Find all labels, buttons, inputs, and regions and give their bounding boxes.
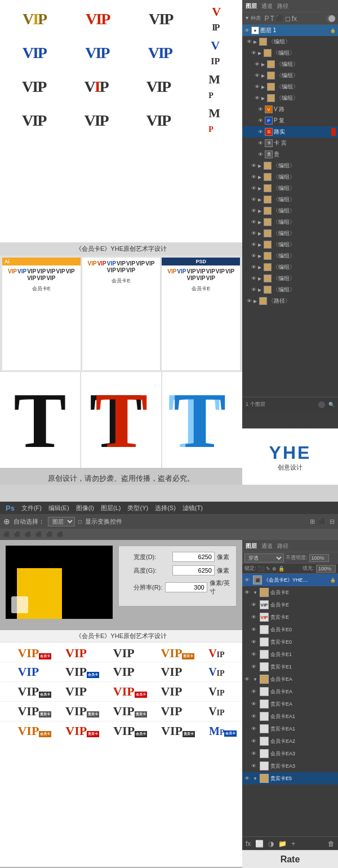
auto-select-label: 自动选择： xyxy=(14,517,45,526)
layer-item-group3[interactable]: 👁 ▶ 〈编组〉 xyxy=(242,59,338,70)
ps-layer-ea3[interactable]: 👁 会员卡EA3 xyxy=(242,747,338,760)
layer-item-gui[interactable]: 👁 贵 贵 xyxy=(242,149,338,160)
tab-layers[interactable]: 图层 xyxy=(246,2,257,10)
lock-transparent-icon[interactable]: ⬛ xyxy=(258,566,264,572)
layer-item-g11[interactable]: 👁 ▶ 〈编组〉 xyxy=(242,205,338,216)
product-section: 《会员卡E》YHE原创艺术字设计 Ai VIP VIP VIP VIP VIP … xyxy=(0,242,242,372)
layer-item-group6[interactable]: 👁 ▶ 〈编组〉 xyxy=(242,92,338,104)
adj-btn[interactable]: ◑ xyxy=(268,840,274,848)
ps-layer-ea-sub1[interactable]: 👁 会员卡EA xyxy=(242,685,338,698)
tab-channels[interactable]: 通道 xyxy=(261,2,273,10)
ps-layer-vipea3[interactable]: 👁 贵宾卡EA3 xyxy=(242,760,338,772)
menu-image[interactable]: 图像(I) xyxy=(73,503,97,513)
ps-layer-membercard-e0[interactable]: 👁 会员卡E0 xyxy=(242,623,338,636)
menu-select[interactable]: 选择(S) xyxy=(152,503,179,513)
vip-cell-4: VIP xyxy=(212,5,220,34)
ps-vip-r1-c3: VIP xyxy=(113,646,135,661)
layer-item-group4[interactable]: 👁 ▶ 〈编组〉 xyxy=(242,70,338,81)
ps-layer-vip-e[interactable]: 👁 VIP 贵宾卡E xyxy=(242,611,338,623)
layer-name-ka: 卡 宾 xyxy=(274,139,287,147)
ps-layers-header: 图层 通道 路径 xyxy=(242,540,338,552)
layer-item-ka[interactable]: 👁 卡 卡 宾 xyxy=(242,138,338,149)
layer-item-g10[interactable]: 👁 ▶ 〈编组〉 xyxy=(242,194,338,205)
move-tool-icon[interactable]: ⊕ xyxy=(3,517,10,526)
lock-position-icon[interactable]: ⊕ xyxy=(272,566,277,572)
ps-tab-layers[interactable]: 图层 xyxy=(246,542,257,550)
ps-vip-r1-c4: VIP贵宾卡 xyxy=(161,646,182,661)
layer-name-g17: 〈编组〉 xyxy=(273,274,295,282)
ps-vip-r2-c5: VIP xyxy=(208,666,224,679)
lock-all-icon[interactable]: 🔒 xyxy=(278,566,284,572)
ps-layer-ea2[interactable]: 👁 会员卡EA2 xyxy=(242,735,338,747)
group-btn[interactable]: 📁 xyxy=(278,840,287,848)
new-layer-btn[interactable]: + xyxy=(291,840,295,848)
ps-layer-membercard-e[interactable]: 👁 VIP 会员卡E xyxy=(242,599,338,611)
ps-layer-vipcarde5[interactable]: 👁 ▼ 贵宾卡E5 xyxy=(242,772,338,785)
ps-layer-ea-sub2[interactable]: 👁 贵宾卡EA xyxy=(242,698,338,710)
res-input[interactable] xyxy=(165,582,207,592)
layers-filter-row: ▼ 种类 P T ⬛ ◻ fx xyxy=(242,12,338,25)
ps-logo: Ps xyxy=(2,504,18,512)
width-input[interactable] xyxy=(172,552,215,562)
layer-item-g8[interactable]: 👁 ▶ 〈编组〉 xyxy=(242,171,338,183)
lock-pixels-icon[interactable]: ✎ xyxy=(266,566,270,572)
transform-checkbox[interactable]: □ xyxy=(78,519,82,525)
product-title: 《会员卡E》YHE原创艺术字设计 xyxy=(0,242,242,255)
ps-layer-membercard[interactable]: 👁 ▼ 会员卡E xyxy=(242,586,338,599)
toolbar-btn2[interactable]: ⊟ xyxy=(330,518,335,525)
ps-layer-vip-e0[interactable]: 👁 贵宾卡E0 xyxy=(242,636,338,648)
tab-paths[interactable]: 路径 xyxy=(277,2,288,10)
menu-type[interactable]: 类型(Y) xyxy=(124,503,152,513)
toolbar-btn1[interactable]: ⬛ xyxy=(318,518,326,525)
menu-edit[interactable]: 编辑(E) xyxy=(45,503,73,513)
layer-item-g19[interactable]: 👁 ▶ 〈路径〉 xyxy=(242,295,338,307)
layer-item-g13[interactable]: 👁 ▶ 〈编组〉 xyxy=(242,228,338,239)
layer-item-g9[interactable]: 👁 ▶ 〈编组〉 xyxy=(242,183,338,194)
copyright-text: 原创设计，请勿抄袭、盗用传播，盗者必究。 xyxy=(0,469,242,488)
ps-layer-vipea1[interactable]: 👁 贵宾卡EA1 xyxy=(242,723,338,735)
layer-item-lu[interactable]: 👁 实 路实 xyxy=(242,126,338,138)
mask-btn[interactable]: ⬜ xyxy=(255,840,264,848)
menu-file[interactable]: 文件(F) xyxy=(18,503,45,513)
layer-item-g16[interactable]: 👁 ▶ 〈编组〉 xyxy=(242,262,338,273)
ps-tab-paths[interactable]: 路径 xyxy=(277,542,288,550)
menu-layer[interactable]: 图层(L) xyxy=(97,503,124,513)
vip-cell-3: VIP xyxy=(149,10,172,28)
menu-filter[interactable]: 滤镜(T) xyxy=(179,503,206,513)
ps-layer-membercardea[interactable]: 👁 ▼ 会员卡EA xyxy=(242,673,338,685)
ps-layer-name-vipe0: 贵宾卡E0 xyxy=(270,639,292,646)
ps-layer-vip-e1[interactable]: 👁 贵宾卡E1 xyxy=(242,661,338,673)
ps-layer-smart[interactable]: 👁 ⬛ 《会员卡E》YHE原… 🔒 xyxy=(242,574,338,586)
layers-footer-bar: 1 个图层 🔍 xyxy=(242,397,338,411)
ps-layer-name-ea-sub2: 贵宾卡EA xyxy=(270,701,292,708)
ps-vip-r2-c3: VIP xyxy=(113,665,135,679)
layer-item-g17[interactable]: 👁 ▶ 〈编组〉 xyxy=(242,273,338,284)
layer-item-group1[interactable]: 👁 ▶ 〈编组〉 xyxy=(242,36,338,47)
height-input[interactable] xyxy=(172,565,215,575)
layer-item-g12[interactable]: 👁 ▶ 〈编组〉 xyxy=(242,216,338,228)
layer-item-group5[interactable]: 👁 ▶ 〈编组〉 xyxy=(242,81,338,92)
delete-layer-btn[interactable]: 🗑 xyxy=(328,840,335,848)
opacity-input[interactable] xyxy=(309,554,329,562)
ps-layer-membercard-e1[interactable]: 👁 会员卡E1 xyxy=(242,648,338,661)
ps-layer-ea1[interactable]: 👁 会员卡EA1 xyxy=(242,710,338,723)
layer-item-g14[interactable]: 👁 ▶ 〈编组〉 xyxy=(242,239,338,250)
layer-item-g15[interactable]: 👁 ▶ 〈编组〉 xyxy=(242,250,338,262)
layer-item-g7[interactable]: 👁 ▶ 〈编组〉 xyxy=(242,160,338,171)
blend-mode-select[interactable]: 穿透 xyxy=(244,553,284,563)
layer-item-1[interactable]: 👁 ■ 图层 1 🔒 xyxy=(242,25,338,36)
layer-item-g18[interactable]: 👁 ▶ 〈编组〉 xyxy=(242,284,338,295)
ps-canvas-area: ∞ 宽度(D): 像素 高度(G): 像素 分辨 xyxy=(0,540,242,868)
layer-name-g9: 〈编组〉 xyxy=(273,184,295,192)
width-label: 宽度(D): xyxy=(134,553,170,561)
auto-select-dropdown[interactable]: 图层 xyxy=(48,517,75,526)
fill-input[interactable] xyxy=(316,565,336,573)
vip-cell-11: VIP xyxy=(146,78,170,96)
layer-item-group2[interactable]: 👁 ▶ 〈编组〉 xyxy=(242,47,338,59)
layer-item-v[interactable]: 👁 V V 路 xyxy=(242,104,338,115)
layer-name-g10: 〈编组〉 xyxy=(273,196,295,203)
ps-tab-channels[interactable]: 通道 xyxy=(261,542,273,550)
ps-main-content: ∞ 宽度(D): 像素 高度(G): 像素 分辨 xyxy=(0,540,338,868)
layer-item-p[interactable]: 👁 P P 复 xyxy=(242,115,338,126)
fx-btn[interactable]: fx xyxy=(246,840,251,848)
